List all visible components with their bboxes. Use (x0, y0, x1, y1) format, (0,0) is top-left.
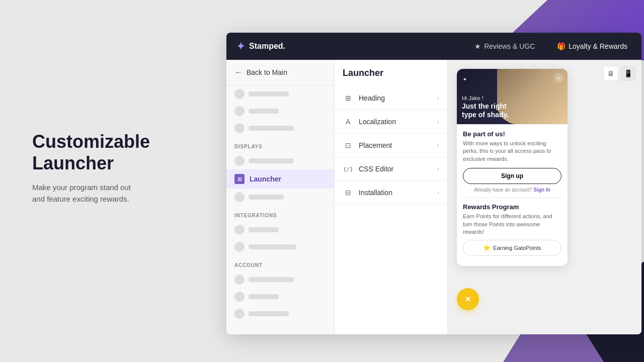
skeleton-bar (249, 227, 279, 232)
widget-section-title: Be part of us! (463, 130, 561, 138)
panel-item-css-editor-left: {/} CSS Editor (343, 163, 393, 174)
list-item (226, 85, 334, 103)
widget-rewards-button-label: Earning GatoPoints (493, 245, 541, 251)
nav-logo: ✦ Stamped. (236, 40, 285, 52)
sidebar: ← Back to Main DISPLAYS (226, 60, 335, 334)
skeleton-bar (249, 195, 284, 200)
panel-item-installation-left: ⊟ Installation (343, 187, 392, 198)
widget-close-button[interactable]: × (553, 73, 564, 83)
list-item[interactable] (226, 189, 334, 206)
content-area: ← Back to Main DISPLAYS (226, 60, 641, 334)
skeleton-bar (249, 277, 294, 282)
widget-header-logo: ✦ (463, 75, 467, 82)
panel-item-localization-label: Localization (359, 118, 396, 126)
skeleton-bar (249, 244, 296, 249)
nav-link-loyalty-label: Loyalty & Rewards (569, 42, 627, 50)
sidebar-section-displays: DISPLAYS (226, 137, 334, 152)
nav-link-reviews-label: Reviews & UGC (484, 42, 535, 50)
list-item[interactable] (226, 271, 334, 288)
skeleton-bar (249, 92, 289, 97)
widget-signup-button[interactable]: Sign up (463, 168, 561, 184)
widget-signin-link[interactable]: Sign In (534, 187, 550, 193)
float-close-button[interactable]: × (457, 288, 479, 310)
sidebar-item-launcher-label: Launcher (250, 175, 281, 183)
nav-link-loyalty[interactable]: 🎁 Loyalty & Rewards (553, 40, 631, 52)
widget-tagline: Just the righttype of shady. (462, 102, 509, 119)
launcher-icon: ⊞ (234, 174, 245, 184)
chevron-right-icon: › (437, 118, 439, 125)
widget-header: ✦ × Hi Jake ! Just the righttype of shad… (457, 69, 568, 124)
points-icon: ⭐ (483, 244, 491, 251)
panel-item-placement[interactable]: ⊡ Placement › (335, 134, 447, 157)
gift-icon: 🎁 (557, 42, 566, 50)
widget-logo-icon: ✦ (463, 75, 467, 82)
panel-item-localization[interactable]: A Localization › (335, 110, 447, 134)
preview-toolbar: 🖥 📱 (603, 66, 635, 81)
panel-item-heading[interactable]: ⊞ Heading › (335, 86, 447, 110)
marketing-subtitle: Make your program stand outand feature e… (32, 182, 150, 205)
panel-item-installation[interactable]: ⊟ Installation › (335, 181, 447, 205)
panel-item-placement-left: ⊡ Placement (343, 140, 392, 151)
skeleton-bar (249, 158, 294, 163)
skeleton-circle (234, 123, 245, 133)
widget-greeting: Hi Jake ! (462, 95, 509, 101)
panel-item-heading-label: Heading (359, 94, 385, 102)
skeleton-circle (234, 192, 245, 202)
app-window: ✦ Stamped. ★ Reviews & UGC 🎁 Loyalty & R… (226, 33, 641, 334)
top-nav: ✦ Stamped. ★ Reviews & UGC 🎁 Loyalty & R… (226, 33, 641, 60)
chevron-right-icon: › (437, 142, 439, 149)
preview-panel: 🖥 📱 ✦ × Hi Jake ! (448, 60, 641, 334)
panel-item-installation-label: Installation (359, 189, 392, 197)
logo-icon: ✦ (236, 40, 245, 52)
widget-signin-text: Already have an account? Sign In (463, 187, 561, 193)
chevron-right-icon: › (437, 189, 439, 196)
widget-header-text: Hi Jake ! Just the righttype of shady. (462, 95, 509, 119)
nav-logo-text: Stamped. (249, 42, 285, 51)
skeleton-circle (234, 89, 245, 99)
list-item[interactable] (226, 238, 334, 255)
skeleton-circle (234, 106, 245, 116)
list-item (226, 103, 334, 120)
sidebar-item-launcher[interactable]: ⊞ Launcher (226, 169, 334, 189)
widget-rewards-text: Earn Points for different actions, and t… (463, 213, 561, 236)
sidebar-back-label: Back to Main (247, 68, 287, 76)
skeleton-bar (249, 311, 289, 316)
panel-item-css-editor-label: CSS Editor (359, 165, 393, 173)
css-editor-icon: {/} (343, 163, 354, 174)
installation-icon: ⊟ (343, 187, 354, 198)
list-item[interactable] (226, 305, 334, 322)
list-item[interactable] (226, 221, 334, 238)
skeleton-circle (234, 225, 245, 235)
list-item (226, 120, 334, 137)
float-close-icon: × (465, 294, 471, 305)
widget-signin-label: Already have an account? (474, 187, 532, 193)
skeleton-circle (234, 242, 245, 252)
panel-item-placement-label: Placement (359, 141, 392, 149)
marketing-title: CustomizableLauncher (32, 131, 150, 174)
skeleton-circle (234, 309, 245, 319)
nav-links: ★ Reviews & UGC 🎁 Loyalty & Rewards (470, 40, 631, 52)
desktop-view-button[interactable]: 🖥 (603, 66, 618, 81)
widget-section-text: With more ways to unlock exciting perks,… (463, 140, 561, 163)
skeleton-bar (249, 294, 279, 299)
panel-title: Launcher (335, 68, 447, 86)
skeleton-circle (234, 156, 245, 166)
list-item[interactable] (226, 288, 334, 305)
skeleton-circle (234, 275, 245, 285)
mobile-icon: 📱 (624, 69, 632, 77)
widget-rewards-title: Rewards Program (463, 203, 561, 211)
widget-rewards-section: Rewards Program Earn Points for differen… (463, 203, 561, 260)
mobile-view-button[interactable]: 📱 (620, 66, 635, 81)
skeleton-circle (234, 292, 245, 302)
list-item[interactable] (226, 152, 334, 169)
close-icon: × (557, 75, 560, 81)
widget-rewards-button[interactable]: ⭐ Earning GatoPoints (463, 240, 561, 256)
sidebar-back-button[interactable]: ← Back to Main (226, 60, 334, 85)
skeleton-bar (249, 126, 294, 131)
widget-popup: ✦ × Hi Jake ! Just the righttype of shad… (457, 69, 568, 266)
panel-item-css-editor[interactable]: {/} CSS Editor › (335, 157, 447, 181)
nav-link-reviews[interactable]: ★ Reviews & UGC (470, 40, 539, 52)
placement-icon: ⊡ (343, 140, 354, 151)
sidebar-section-account: ACCOUNT (226, 255, 334, 271)
heading-icon: ⊞ (343, 93, 354, 104)
